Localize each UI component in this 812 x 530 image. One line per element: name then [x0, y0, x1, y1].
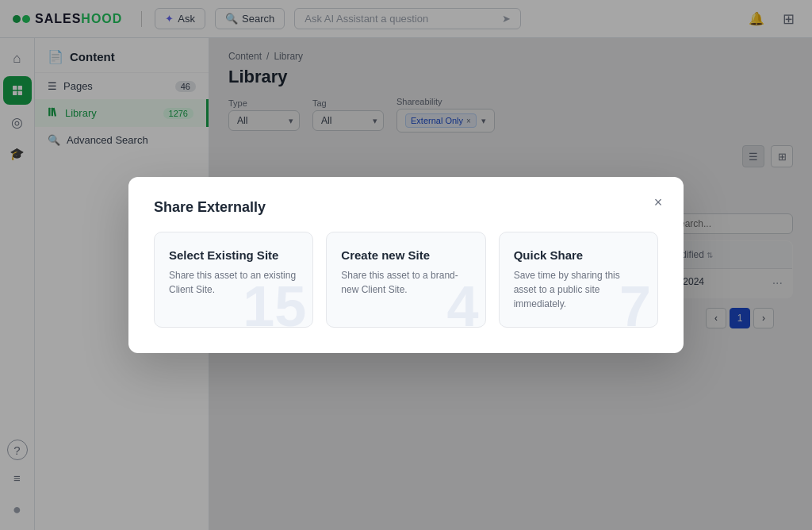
modal-close-button[interactable]: × [647, 191, 669, 213]
modal-title: Share Externally [154, 199, 658, 216]
select-existing-title: Select Existing Site [169, 248, 298, 262]
share-externally-modal: Share Externally × Select Existing Site … [128, 177, 684, 353]
create-new-desc: Share this asset to a brand-new Client S… [341, 268, 470, 297]
modal-cards: Select Existing Site Share this asset to… [154, 232, 658, 328]
modal-card-select-existing[interactable]: Select Existing Site Share this asset to… [154, 232, 313, 328]
quick-share-title: Quick Share [514, 248, 643, 262]
quick-share-desc: Save time by sharing this asset to a pub… [514, 268, 643, 311]
modal-card-quick-share[interactable]: Quick Share Save time by sharing this as… [499, 232, 658, 328]
modal-card-create-new[interactable]: Create new Site Share this asset to a br… [326, 232, 485, 328]
modal-overlay[interactable]: Share Externally × Select Existing Site … [0, 0, 812, 530]
create-new-title: Create new Site [341, 248, 470, 262]
select-existing-desc: Share this asset to an existing Client S… [169, 268, 298, 297]
